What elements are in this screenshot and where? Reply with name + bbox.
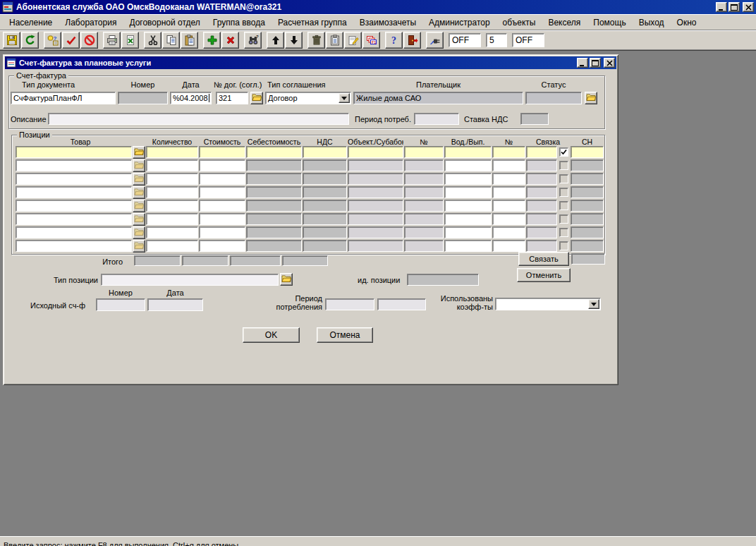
cell-sn[interactable] — [571, 240, 604, 252]
toolbar-field-level[interactable]: 5 — [486, 33, 507, 47]
cell-link[interactable] — [526, 240, 557, 252]
consumption-from-field[interactable] — [325, 298, 374, 310]
cell-object-subabon[interactable] — [348, 226, 403, 238]
toolbar-field-toggle-2[interactable]: OFF — [512, 33, 544, 47]
cell-cost[interactable] — [199, 213, 245, 225]
row-lookup-button[interactable] — [133, 200, 145, 212]
cell-vat[interactable] — [303, 146, 347, 158]
menu-item-6[interactable]: Администратор — [422, 16, 496, 29]
menu-item-8[interactable]: Векселя — [542, 16, 587, 29]
cell-vod-vyp[interactable] — [444, 213, 492, 225]
chevron-down-icon[interactable] — [588, 299, 599, 309]
minimize-button[interactable] — [716, 2, 727, 12]
cell-cost[interactable] — [199, 200, 245, 212]
cell-quantity[interactable] — [146, 173, 198, 185]
link-checkbox[interactable] — [559, 241, 568, 250]
row-lookup-button[interactable] — [133, 240, 145, 253]
cell-num2[interactable] — [492, 213, 525, 225]
link-button[interactable]: Связать — [518, 252, 569, 266]
link-checkbox[interactable] — [559, 188, 568, 197]
toolbar-query-data-button[interactable]: ? — [44, 32, 61, 49]
cell-tovar[interactable] — [16, 200, 132, 212]
row-lookup-button[interactable] — [133, 173, 145, 186]
cell-num[interactable] — [404, 200, 444, 212]
cell-object-subabon[interactable] — [348, 200, 403, 212]
toolbar-edit-field-button[interactable] — [344, 32, 362, 49]
status-field[interactable] — [525, 92, 582, 104]
cell-num2[interactable] — [492, 146, 525, 158]
cell-vat[interactable] — [303, 186, 347, 198]
cell-cost-price[interactable] — [246, 200, 302, 212]
cell-vod-vyp[interactable] — [444, 159, 492, 171]
cell-vod-vyp[interactable] — [444, 186, 492, 198]
toolbar-cancel-query-button[interactable] — [80, 32, 98, 49]
cell-num2[interactable] — [492, 173, 525, 185]
cell-cost[interactable] — [199, 159, 245, 171]
cell-num2[interactable] — [492, 186, 525, 198]
menu-item-0[interactable]: Население — [3, 16, 59, 29]
cell-tovar[interactable] — [16, 213, 132, 225]
cell-sn[interactable] — [571, 146, 604, 158]
source-number-field[interactable] — [96, 298, 145, 311]
cell-vod-vyp[interactable] — [444, 146, 492, 158]
cell-link[interactable] — [526, 159, 557, 171]
cell-num[interactable] — [404, 226, 444, 238]
cell-num[interactable] — [404, 240, 444, 252]
cell-tovar[interactable] — [16, 173, 132, 185]
maximize-button[interactable] — [728, 2, 740, 12]
cell-link[interactable] — [526, 226, 557, 238]
cell-tovar[interactable] — [16, 146, 132, 158]
menu-item-4[interactable]: Расчетная группа — [272, 16, 353, 29]
cell-object-subabon[interactable] — [348, 186, 403, 198]
cell-num[interactable] — [404, 159, 444, 171]
cell-object-subabon[interactable] — [348, 159, 403, 171]
cell-cost[interactable] — [199, 173, 245, 185]
toolbar-clipboard-button[interactable] — [326, 32, 343, 49]
doc-type-field[interactable]: СчФактураПланФЛ — [11, 92, 116, 104]
cell-sn[interactable] — [571, 226, 604, 238]
toolbar-function-keys-button[interactable]: F1 — [362, 32, 380, 49]
toolbar-export-excel-button[interactable] — [121, 32, 139, 49]
menu-item-1[interactable]: Лаборатория — [59, 16, 123, 29]
cell-num[interactable] — [404, 146, 444, 158]
contract-number-field[interactable]: 321 — [216, 92, 248, 104]
cell-link[interactable] — [526, 146, 557, 158]
cell-vod-vyp[interactable] — [444, 240, 492, 252]
menu-item-2[interactable]: Договорной отдел — [123, 16, 206, 29]
toolbar-field-toggle-1[interactable]: OFF — [449, 33, 481, 47]
cell-sn[interactable] — [571, 200, 604, 212]
cell-num[interactable] — [404, 186, 444, 198]
toolbar-exit-button[interactable] — [403, 32, 421, 49]
menu-item-5[interactable]: Взаимозачеты — [353, 16, 422, 29]
cell-link[interactable] — [526, 200, 557, 212]
contract-lookup-button[interactable] — [250, 92, 263, 104]
consumption-to-field[interactable] — [377, 298, 426, 310]
cell-num2[interactable] — [492, 200, 525, 212]
cell-cost-price[interactable] — [246, 240, 302, 252]
toolbar-paste-button[interactable] — [181, 32, 198, 49]
toolbar-connect-button[interactable] — [426, 32, 444, 49]
coefficients-combo[interactable] — [495, 298, 601, 310]
cell-cost[interactable] — [199, 146, 245, 158]
cell-num2[interactable] — [492, 226, 525, 238]
toolbar-find-button[interactable]: ? — [244, 32, 262, 49]
menu-item-3[interactable]: Группа ввода — [207, 16, 272, 29]
cell-vod-vyp[interactable] — [444, 173, 492, 185]
consumption-period-field[interactable] — [414, 113, 459, 125]
cell-quantity[interactable] — [146, 186, 198, 198]
close-button[interactable] — [743, 2, 754, 12]
vat-rate-field[interactable] — [520, 113, 549, 125]
source-date-field[interactable] — [147, 298, 203, 311]
cell-cost[interactable] — [199, 186, 245, 198]
unlink-button[interactable]: Отменить — [517, 268, 571, 282]
cell-tovar[interactable] — [16, 226, 132, 238]
position-id-field[interactable] — [407, 274, 479, 286]
cell-tovar[interactable] — [16, 240, 132, 252]
toolbar-print-button[interactable] — [103, 32, 121, 49]
row-lookup-button[interactable] — [133, 186, 145, 199]
cell-object-subabon[interactable] — [348, 213, 403, 225]
row-lookup-button[interactable] — [133, 146, 145, 159]
payer-field[interactable]: Жилые дома САО — [353, 92, 523, 104]
cell-num[interactable] — [404, 173, 444, 185]
description-field[interactable] — [48, 113, 349, 125]
